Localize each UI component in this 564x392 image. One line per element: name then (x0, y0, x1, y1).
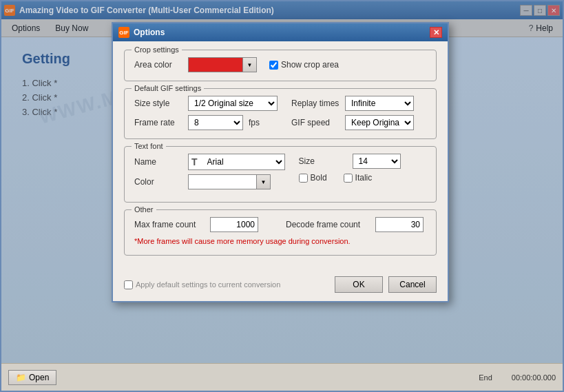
show-crop-area-checkbox-area: Show crop area (269, 60, 339, 70)
font-name-row: Name T Arial (134, 154, 285, 170)
gif-settings-left: Size style 1/2 Original size Frame rate … (134, 96, 278, 130)
font-name-control: T Arial (188, 154, 285, 170)
italic-checkbox-area: Italic (344, 173, 373, 183)
text-font-left: Name T Arial Color (134, 154, 285, 194)
max-frame-label: Max frame count (134, 220, 203, 229)
frame-rate-row: Frame rate 8 fps (134, 115, 278, 130)
dialog-close-button[interactable]: ✕ (430, 27, 442, 38)
show-crop-area-checkbox[interactable] (269, 61, 278, 70)
replay-times-label: Replay times (291, 99, 340, 108)
font-color-dropdown[interactable]: ▼ (257, 174, 271, 189)
font-name-select[interactable]: Arial (202, 154, 284, 169)
gif-settings-group: Default GIF settings Size style 1/2 Orig… (124, 88, 437, 139)
italic-label[interactable]: Italic (355, 173, 373, 183)
frame-rate-label: Frame rate (134, 118, 182, 127)
dialog-footer: Apply default settings to current conver… (113, 271, 448, 301)
decode-frame-input[interactable]: 30 (375, 217, 424, 232)
warning-text: *More frames will cause more memory usag… (134, 236, 426, 247)
text-font-group: Text font Name T Arial (124, 146, 437, 203)
frame-rate-select[interactable]: 8 (188, 115, 243, 130)
apply-checkbox-area: Apply default settings to current conver… (124, 280, 329, 289)
dialog-title: Options (134, 28, 430, 37)
area-color-dropdown[interactable]: ▼ (243, 57, 257, 72)
bottom-bar: 📁 Open End 00:00:00.000 (1, 363, 563, 391)
font-size-row: Size 14 (299, 154, 426, 169)
crop-settings-group: Crop settings Area color ▼ Show crop are… (124, 50, 437, 81)
gif-speed-row: GIF speed Keep Original (291, 115, 426, 130)
cancel-button[interactable]: Cancel (388, 276, 437, 293)
time-display: 00:00:00.000 (512, 373, 556, 382)
area-color-control[interactable]: ▼ (188, 57, 257, 72)
gif-settings-right: Replay times Infinite GIF speed Keep Ori… (291, 96, 426, 130)
dialog-icon: GIF (118, 27, 129, 38)
gif-speed-select[interactable]: Keep Original (345, 115, 414, 130)
size-style-label: Size style (134, 99, 182, 108)
font-size-select[interactable]: 14 (353, 154, 401, 169)
size-style-select[interactable]: 1/2 Original size (188, 96, 278, 111)
size-style-row: Size style 1/2 Original size (134, 96, 278, 111)
ok-button[interactable]: OK (335, 276, 383, 293)
main-window: GIF Amazing Video to GIF Converter (Mult… (0, 0, 564, 392)
apply-label: Apply default settings to current conver… (136, 280, 280, 289)
max-frame-input[interactable]: 1000 (210, 217, 258, 232)
end-label: End (479, 373, 492, 382)
other-group: Other Max frame count 1000 Decode frame … (124, 209, 437, 256)
gif-speed-label: GIF speed (291, 118, 340, 127)
folder-icon: 📁 (16, 373, 26, 382)
apply-checkbox[interactable] (124, 280, 133, 289)
font-t-icon: T (189, 156, 200, 167)
crop-settings-label: Crop settings (132, 45, 182, 54)
text-font-label: Text font (132, 142, 166, 150)
frame-count-row: Max frame count 1000 Decode frame count … (134, 217, 426, 232)
font-size-label: Size (299, 156, 347, 166)
font-color-control[interactable]: ▼ (188, 174, 271, 189)
dialog-title-bar: GIF Options ✕ (113, 23, 448, 41)
fps-label: fps (249, 118, 260, 127)
bold-checkbox[interactable] (299, 174, 308, 183)
replay-times-select[interactable]: Infinite (345, 96, 414, 111)
italic-checkbox[interactable] (344, 174, 353, 183)
show-crop-area-label[interactable]: Show crop area (281, 60, 339, 70)
font-color-swatch[interactable] (188, 174, 257, 189)
text-font-right: Size 14 Bold Ital (299, 154, 426, 194)
bold-label[interactable]: Bold (311, 173, 327, 183)
gif-settings-columns: Size style 1/2 Original size Frame rate … (134, 96, 426, 130)
area-color-swatch[interactable] (188, 57, 243, 72)
dialog-body: Crop settings Area color ▼ Show crop are… (113, 41, 448, 271)
replay-times-row: Replay times Infinite (291, 96, 426, 111)
decode-frame-label: Decode frame count (286, 220, 368, 229)
bold-checkbox-area: Bold (299, 173, 327, 183)
open-button[interactable]: 📁 Open (8, 370, 56, 385)
font-name-label: Name (134, 157, 182, 167)
gif-settings-label: Default GIF settings (132, 84, 204, 92)
area-color-label: Area color (134, 60, 182, 70)
font-color-label: Color (134, 177, 182, 187)
font-style-row: Bold Italic (299, 173, 426, 183)
text-font-columns: Name T Arial Color (134, 154, 426, 194)
font-color-row: Color ▼ (134, 174, 285, 189)
other-label: Other (132, 205, 156, 214)
area-color-row: Area color ▼ Show crop area (134, 57, 426, 72)
options-dialog: GIF Options ✕ Crop settings Area color ▼ (112, 22, 449, 302)
